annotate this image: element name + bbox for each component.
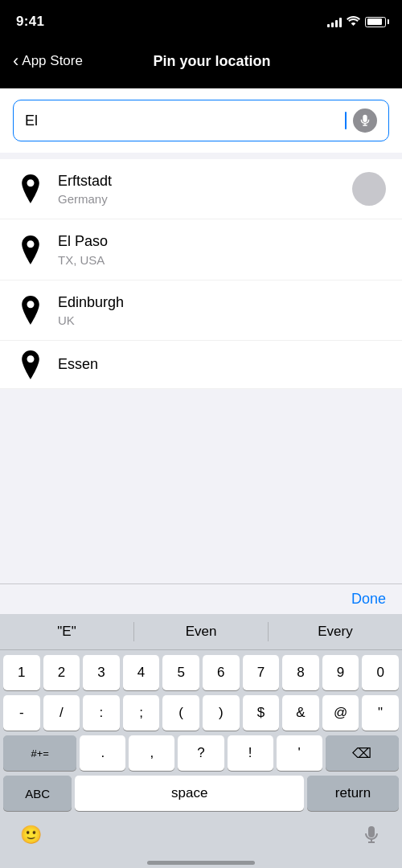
key-apostrophe[interactable]: ': [277, 735, 322, 771]
page-title: Pin your location: [83, 53, 341, 70]
key-close-paren[interactable]: ): [203, 695, 240, 731]
delete-key[interactable]: ⌫: [326, 735, 399, 771]
emoji-key[interactable]: 🙂: [13, 817, 48, 853]
results-list: Erftstadt Germany El Paso TX, USA Edinbu…: [0, 159, 402, 389]
key-dollar[interactable]: $: [243, 695, 280, 731]
done-button[interactable]: Done: [351, 591, 386, 608]
result-text: Essen: [58, 355, 386, 374]
mic-dictation-icon: [362, 825, 381, 845]
key-quote[interactable]: ": [362, 695, 399, 731]
back-button[interactable]: ‹ App Store: [13, 52, 83, 70]
key-4[interactable]: 4: [123, 655, 160, 690]
key-open-paren[interactable]: (: [162, 695, 199, 731]
result-text: Edinburgh UK: [58, 293, 386, 327]
result-subtitle: Germany: [58, 192, 386, 206]
key-slash[interactable]: /: [43, 695, 80, 731]
key-period[interactable]: .: [80, 735, 125, 771]
autocomplete-item-0[interactable]: "E": [0, 622, 134, 641]
list-item[interactable]: El Paso TX, USA: [0, 219, 402, 280]
home-indicator: [147, 861, 255, 865]
result-text: El Paso TX, USA: [58, 232, 386, 266]
battery-icon: [365, 17, 386, 27]
status-bar: 9:41: [0, 0, 402, 40]
key-9[interactable]: 9: [322, 655, 359, 690]
key-semicolon[interactable]: ;: [123, 695, 160, 731]
key-3[interactable]: 3: [83, 655, 120, 690]
result-name: Erftstadt: [58, 172, 386, 190]
signal-icon: [327, 16, 342, 27]
back-chevron-icon: ‹: [13, 52, 18, 70]
autocomplete-item-2[interactable]: Every: [269, 622, 402, 641]
mic-svg: [359, 114, 371, 127]
return-key[interactable]: return: [307, 776, 399, 811]
key-comma[interactable]: ,: [129, 735, 174, 771]
result-subtitle: UK: [58, 313, 386, 327]
key-6[interactable]: 6: [203, 655, 240, 690]
list-item[interactable]: Erftstadt Germany: [0, 159, 402, 219]
avatar: [352, 172, 386, 206]
symbols-row-2: #+= . , ? ! ' ⌫: [0, 731, 402, 771]
key-colon[interactable]: :: [83, 695, 120, 731]
abc-key[interactable]: ABC: [3, 776, 72, 811]
key-exclamation[interactable]: !: [228, 735, 273, 771]
pin-icon: [16, 174, 45, 203]
key-7[interactable]: 7: [243, 655, 280, 690]
nav-bar: ‹ App Store Pin your location: [0, 40, 402, 88]
autocomplete-bar: "E" Even Every: [0, 614, 402, 650]
home-indicator-bar: [0, 854, 402, 868]
status-icons: [327, 15, 386, 28]
result-name: El Paso: [58, 232, 386, 251]
list-item[interactable]: Edinburgh UK: [0, 280, 402, 341]
key-2[interactable]: 2: [43, 655, 80, 690]
key-ampersand[interactable]: &: [282, 695, 319, 731]
list-item[interactable]: Essen: [0, 341, 402, 389]
key-8[interactable]: 8: [282, 655, 319, 690]
space-key[interactable]: space: [75, 776, 304, 811]
result-name: Edinburgh: [58, 293, 386, 312]
autocomplete-item-1[interactable]: Even: [134, 622, 269, 641]
key-symbols-toggle[interactable]: #+=: [3, 735, 76, 771]
key-1[interactable]: 1: [3, 655, 40, 690]
cursor: [345, 112, 347, 129]
wifi-icon: [347, 15, 360, 28]
number-row: 1 2 3 4 5 6 7 8 9 0: [0, 650, 402, 690]
key-at[interactable]: @: [322, 695, 359, 731]
bottom-row: ABC space return: [0, 771, 402, 814]
result-name: Essen: [58, 355, 386, 374]
result-subtitle: TX, USA: [58, 253, 386, 267]
back-label: App Store: [22, 53, 83, 69]
key-5[interactable]: 5: [162, 655, 199, 690]
status-time: 9:41: [16, 14, 44, 30]
pin-icon: [16, 235, 45, 264]
key-minus[interactable]: -: [3, 695, 40, 731]
dictation-key[interactable]: [354, 817, 389, 853]
search-input-wrapper[interactable]: El: [13, 100, 389, 141]
pin-icon: [16, 296, 45, 325]
result-text: Erftstadt Germany: [58, 172, 386, 206]
symbols-row-1: - / : ; ( ) $ & @ ": [0, 690, 402, 731]
search-input[interactable]: El: [25, 113, 345, 129]
key-question[interactable]: ?: [178, 735, 224, 771]
keyboard: Done "E" Even Every 1 2 3 4 5 6 7 8 9 0 …: [0, 583, 402, 868]
pin-icon: [16, 350, 45, 379]
search-container: El: [0, 88, 402, 153]
key-0[interactable]: 0: [362, 655, 399, 690]
mic-icon: [353, 108, 377, 133]
done-bar: Done: [0, 583, 402, 614]
